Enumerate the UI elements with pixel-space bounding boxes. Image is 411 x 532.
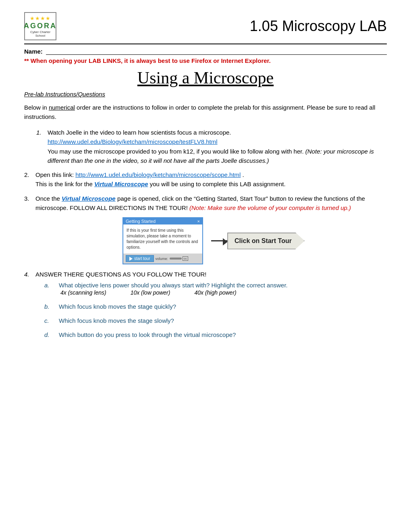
question-b-row: b. Which focus knob moves the stage quic… xyxy=(44,303,387,310)
logo-stars: ★★★★ xyxy=(30,15,51,22)
item-4-row: 4. ANSWER THERE QUESTIONS AS YOU FOLLOW … xyxy=(24,271,387,278)
arrow-head xyxy=(223,238,228,245)
item-3-note: (Note: Make sure the volume of your comp… xyxy=(189,204,351,211)
logo-title: AGORA xyxy=(24,22,57,30)
volume-label: volume: xyxy=(156,257,168,261)
q-letter-a: a. xyxy=(44,282,59,289)
logo-area: ★★★★ AGORA Cyber Charter School xyxy=(24,12,56,40)
play-icon xyxy=(129,257,133,261)
option-40x: 40x (high power) xyxy=(194,289,236,296)
q-letter-c: c. xyxy=(44,317,59,324)
name-label: Name: xyxy=(24,48,43,55)
item-3-bold-link[interactable]: Virtual Microscope xyxy=(62,195,116,202)
item-3-text-before: Once the xyxy=(35,195,60,202)
answer-options-a: 4x (scanning lens) 10x (low power) 40x (… xyxy=(60,289,387,296)
header: ★★★★ AGORA Cyber Charter School 1.05 Mic… xyxy=(24,12,387,40)
question-d-row: d. Which button do you press to look thr… xyxy=(44,331,387,338)
item-2-bold-link[interactable]: Virtual Microscope xyxy=(94,181,148,187)
question-b: b. Which focus knob moves the stage quic… xyxy=(44,303,387,310)
option-10x: 10x (low power) xyxy=(131,289,170,296)
item-2-content: Open this link: http://www1.udel.edu/bio… xyxy=(35,170,387,189)
dialog-title: Getting Started xyxy=(126,219,156,224)
item-4-text: ANSWER THERE QUESTIONS AS YOU FOLLOW THE… xyxy=(35,271,207,278)
list-item-3: 3. Once the Virtual Microscope page is o… xyxy=(24,194,387,213)
q-text-b: Which focus knob moves the stage quickly… xyxy=(59,303,387,310)
q-text-d: Which button do you press to look throug… xyxy=(59,331,387,338)
q-letter-d: d. xyxy=(44,331,59,338)
item-2-num: 2. xyxy=(24,170,35,179)
name-input-line xyxy=(46,48,387,55)
click-start-tour-label: Click on Start Tour xyxy=(227,233,305,249)
main-title: Using a Microscope xyxy=(24,68,387,87)
prelab-heading: Pre-lab Instructions/Questions xyxy=(24,91,387,98)
question-c: c. Which focus knob moves the stage slow… xyxy=(44,317,387,324)
question-c-row: c. Which focus knob moves the stage slow… xyxy=(44,317,387,324)
item-4-num: 4. xyxy=(24,271,35,278)
question-a: a. What objective lens power should you … xyxy=(44,282,387,296)
option-4x: 4x (scanning lens) xyxy=(60,289,106,296)
logo-box: ★★★★ AGORA Cyber Charter School xyxy=(24,12,56,40)
item-1-content: Watch Joelle in the video to learn how s… xyxy=(48,128,387,165)
intro-text: Below in numerical order are the instruc… xyxy=(24,103,387,121)
dialog-footer: start tour volume: cc xyxy=(123,254,202,264)
name-row: Name: xyxy=(24,48,387,55)
dialog-box: Getting Started × If this is your first … xyxy=(122,217,203,264)
arrow-line xyxy=(211,240,227,241)
dialog-titlebar: Getting Started × xyxy=(123,218,202,224)
arrow-label-area: Click on Start Tour xyxy=(211,233,305,249)
item-2-text-before: Open this link: xyxy=(35,171,74,178)
item-2-text-mid: This is the link for the xyxy=(35,181,93,187)
item-1-link[interactable]: http://www.udel.edu/Biology/ketcham/micr… xyxy=(48,138,218,145)
start-tour-label: start tour xyxy=(134,256,150,261)
question-d: d. Which button do you press to look thr… xyxy=(44,331,387,338)
item-3-content: Once the Virtual Microscope page is open… xyxy=(35,194,387,213)
dialog-close-icon[interactable]: × xyxy=(197,219,200,224)
start-tour-button[interactable]: start tour xyxy=(126,255,154,262)
header-divider xyxy=(24,44,387,44)
section-4: 4. ANSWER THERE QUESTIONS AS YOU FOLLOW … xyxy=(24,271,387,338)
item-1-num: 1. xyxy=(36,128,48,137)
instructions-list: 1. Watch Joelle in the video to learn ho… xyxy=(24,128,387,212)
dialog-body: If this is your first time using this si… xyxy=(123,224,202,254)
question-a-row: a. What objective lens power should you … xyxy=(44,282,387,289)
item-2-text-after: you will be using to complete this LAB a… xyxy=(150,181,286,187)
item-1-text-before: Watch Joelle in the video to learn how s… xyxy=(48,129,231,136)
logo-subtitle: Cyber Charter School xyxy=(27,30,54,37)
list-item-2: 2. Open this link: http://www1.udel.edu/… xyxy=(24,170,387,189)
item-2-link[interactable]: http://www1.udel.edu/biology/ketcham/mic… xyxy=(75,171,241,178)
volume-slider[interactable] xyxy=(170,258,182,260)
lab-title: 1.05 Microscopy LAB xyxy=(56,18,387,35)
warning-text: ** When opening your LAB LINKS, it is al… xyxy=(24,57,387,64)
q-text-c: Which focus knob moves the stage slowly? xyxy=(59,317,387,324)
dialog-image-area: Getting Started × If this is your first … xyxy=(40,217,387,264)
list-item-1: 1. Watch Joelle in the video to learn ho… xyxy=(36,128,387,165)
cc-badge: cc xyxy=(183,256,188,261)
volume-slider-area: cc xyxy=(170,256,188,261)
intro-underline: numerical xyxy=(49,104,75,111)
q-letter-b: b. xyxy=(44,303,59,310)
questions-container: a. What objective lens power should you … xyxy=(44,282,387,338)
q-text-a: What objective lens power should you alw… xyxy=(59,282,387,289)
item-3-num: 3. xyxy=(24,194,35,203)
item-1-text-after: You may use the microscope provided to y… xyxy=(48,148,304,155)
